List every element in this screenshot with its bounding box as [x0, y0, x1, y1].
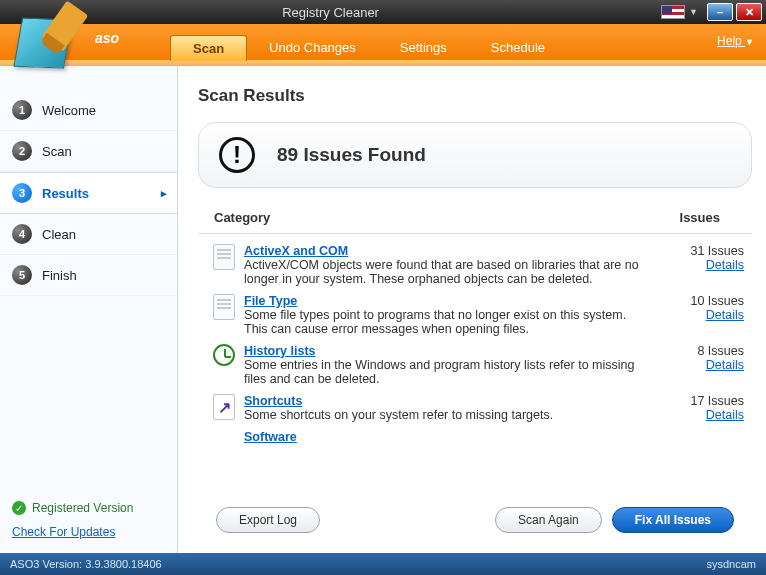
- tab-label: Scan: [193, 41, 224, 56]
- app-logo-icon: [12, 8, 86, 72]
- step-number-badge: 5: [12, 265, 32, 285]
- status-bar: ASO3 Version: 3.9.3800.18406 sysdncam: [0, 553, 766, 575]
- category-description: Some shortcuts on your system refer to m…: [244, 408, 553, 422]
- category-icon: ↗: [210, 394, 238, 422]
- category-name-link[interactable]: File Type: [244, 294, 297, 308]
- tab-scan[interactable]: Scan: [170, 35, 247, 61]
- version-label: ASO3 Version: 3.9.3800.18406: [10, 558, 162, 570]
- step-label: Scan: [42, 144, 72, 159]
- sidebar-step-clean[interactable]: 4 Clean: [0, 214, 177, 255]
- chevron-down-icon: ▼: [745, 37, 754, 47]
- category-icon: [210, 244, 238, 272]
- category-description: ActiveX/COM objects were found that are …: [244, 258, 639, 286]
- window-title: Registry Cleaner: [0, 5, 661, 20]
- category-header-row: Category Issues: [198, 202, 752, 234]
- issues-header: Issues: [646, 210, 736, 225]
- fix-all-issues-button[interactable]: Fix All Issues: [612, 507, 734, 533]
- step-label: Results: [42, 186, 89, 201]
- details-link[interactable]: Details: [658, 408, 744, 422]
- watermark: sysdncam: [706, 558, 756, 570]
- wizard-sidebar: 1 Welcome 2 Scan 3 Results 4 Clean 5 Fin…: [0, 66, 178, 553]
- issue-count: 8 Issues: [658, 344, 744, 358]
- minimize-button[interactable]: –: [707, 3, 733, 21]
- details-link[interactable]: Details: [658, 358, 744, 372]
- sidebar-step-finish[interactable]: 5 Finish: [0, 255, 177, 296]
- category-row: History lists Some entries in the Window…: [206, 340, 748, 390]
- issue-count: 10 Issues: [658, 294, 744, 308]
- issue-count: 17 Issues: [658, 394, 744, 408]
- category-name-link[interactable]: ActiveX and COM: [244, 244, 348, 258]
- category-header: Category: [214, 210, 646, 225]
- sidebar-step-scan[interactable]: 2 Scan: [0, 131, 177, 172]
- export-log-button[interactable]: Export Log: [216, 507, 320, 533]
- step-number-badge: 1: [12, 100, 32, 120]
- category-description: Some file types point to programs that n…: [244, 308, 626, 336]
- tab-label: Schedule: [491, 40, 545, 55]
- step-number-badge: 3: [12, 183, 32, 203]
- title-bar: Registry Cleaner ▼ – ✕: [0, 0, 766, 24]
- category-row: File Type Some file types point to progr…: [206, 290, 748, 340]
- brand-label: aso: [95, 30, 119, 46]
- category-row: Software: [206, 426, 748, 462]
- warning-icon: !: [219, 137, 255, 173]
- close-button[interactable]: ✕: [736, 3, 762, 21]
- registered-text: Registered Version: [32, 501, 133, 515]
- main-panel: Scan Results ! 89 Issues Found Category …: [178, 66, 766, 553]
- footer-button-bar: Export Log Scan Again Fix All Issues: [198, 493, 752, 545]
- tab-label: Undo Changes: [269, 40, 356, 55]
- category-description: Some entries in the Windows and program …: [244, 358, 634, 386]
- category-name-link[interactable]: History lists: [244, 344, 316, 358]
- tab-undo-changes[interactable]: Undo Changes: [247, 34, 378, 60]
- category-name-link[interactable]: Shortcuts: [244, 394, 302, 408]
- issue-count: 31 Issues: [658, 244, 744, 258]
- category-icon: [210, 430, 238, 458]
- language-flag-icon[interactable]: [661, 5, 685, 19]
- step-label: Finish: [42, 268, 77, 283]
- checkmark-icon: ✓: [12, 501, 26, 515]
- step-label: Welcome: [42, 103, 96, 118]
- category-list[interactable]: ActiveX and COM ActiveX/COM objects were…: [198, 234, 752, 493]
- check-updates-link[interactable]: Check For Updates: [12, 525, 165, 539]
- summary-banner: ! 89 Issues Found: [198, 122, 752, 188]
- sidebar-step-welcome[interactable]: 1 Welcome: [0, 90, 177, 131]
- step-number-badge: 4: [12, 224, 32, 244]
- help-menu[interactable]: Help ▼: [717, 34, 754, 48]
- scan-again-button[interactable]: Scan Again: [495, 507, 602, 533]
- details-link[interactable]: Details: [658, 258, 744, 272]
- help-label: Help: [717, 34, 742, 48]
- category-row: ↗ Shortcuts Some shortcuts on your syste…: [206, 390, 748, 426]
- tab-strip: aso Scan Undo Changes Settings Schedule …: [0, 24, 766, 60]
- step-label: Clean: [42, 227, 76, 242]
- category-icon: [210, 344, 238, 372]
- registered-version-label: ✓ Registered Version: [12, 501, 165, 515]
- step-number-badge: 2: [12, 141, 32, 161]
- page-title: Scan Results: [198, 86, 752, 106]
- tab-settings[interactable]: Settings: [378, 34, 469, 60]
- details-link[interactable]: Details: [658, 308, 744, 322]
- language-caret-icon[interactable]: ▼: [689, 7, 698, 17]
- tab-label: Settings: [400, 40, 447, 55]
- tab-schedule[interactable]: Schedule: [469, 34, 567, 60]
- sidebar-step-results[interactable]: 3 Results: [0, 172, 177, 214]
- category-icon: [210, 294, 238, 322]
- summary-text: 89 Issues Found: [277, 144, 426, 166]
- category-row: ActiveX and COM ActiveX/COM objects were…: [206, 240, 748, 290]
- category-name-link[interactable]: Software: [244, 430, 297, 444]
